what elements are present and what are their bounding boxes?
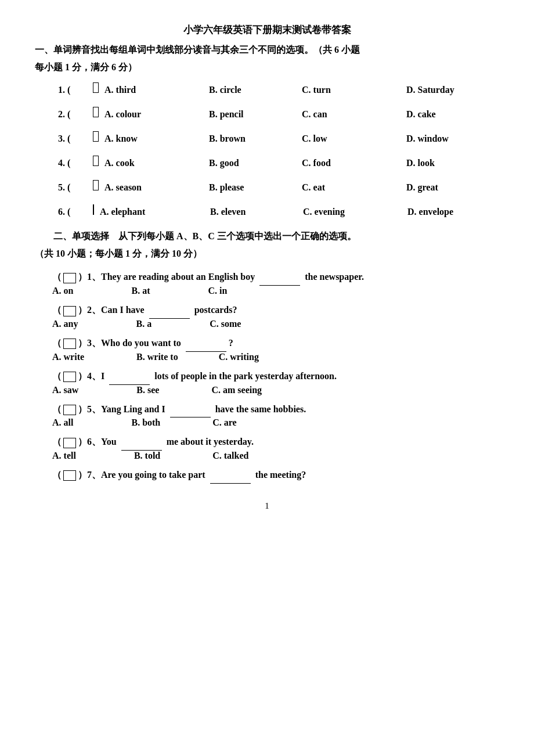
q6-blank[interactable] <box>93 204 94 215</box>
mc-q4: （）4、I lots of people in the park yesterd… <box>35 368 499 395</box>
q1-optB: B. circle <box>209 85 302 95</box>
mc-q6-blank[interactable] <box>63 438 76 448</box>
q6-num: 6. ( <box>58 207 93 217</box>
mc-q7-line: （）7、Are you going to take part the meeti… <box>52 467 499 484</box>
mc-q1: （）1、They are reading about an English bo… <box>35 269 499 296</box>
section2-header: 二、单项选择 从下列每小题 A、B、C 三个选项中选出一个正确的选项。 <box>35 229 499 244</box>
q6-optD: D. envelope <box>407 207 500 217</box>
page-number: 1 <box>35 501 499 511</box>
mc-q3-blank[interactable] <box>63 339 76 349</box>
q4-blank[interactable] <box>93 156 99 166</box>
q1-options: A. third B. circle C. turn D. Saturday <box>104 85 499 95</box>
mc-q2-fill <box>149 318 190 319</box>
mc-q5-optA: A. all <box>52 417 73 428</box>
mc-q4-line: （）4、I lots of people in the park yesterd… <box>52 368 499 385</box>
mc-q5-blank[interactable] <box>63 405 76 415</box>
q4-num: 4. ( <box>58 158 93 168</box>
mc-q2-optA: A. any <box>52 319 78 329</box>
mc-q6-options: A. tell B. told C. talked <box>52 451 499 461</box>
section1-subheader: 每小题 1 分，满分 6 分） <box>35 60 499 75</box>
mc-q7-blank[interactable] <box>63 470 76 481</box>
mc-q3-line: （）3、Who do you want to ? <box>52 335 499 352</box>
mc-q2-line: （）2、Can I have postcards? <box>52 302 499 319</box>
q1-optD: D. Saturday <box>406 85 499 95</box>
mc-q3-options: A. write B. write to C. writing <box>52 352 499 362</box>
q5-optB: B. please <box>209 182 302 193</box>
section2-subheader: （共 10 小题；每小题 1 分，满分 10 分） <box>35 246 499 261</box>
mc-q4-blank[interactable] <box>63 372 76 382</box>
q5-optA: A. season <box>104 182 209 193</box>
mc-q4-optA: A. saw <box>52 385 78 395</box>
mc-q3-optC: C. writing <box>219 352 259 362</box>
q5-optD: D. great <box>406 182 499 193</box>
q3-optD: D. window <box>406 134 499 144</box>
q1-row: 1. ( A. third B. circle C. turn D. Satur… <box>35 82 499 95</box>
q5-optC: C. eat <box>302 182 406 193</box>
q2-blank[interactable] <box>93 107 99 117</box>
q6-optB: B. eleven <box>210 207 303 217</box>
q6-optC: C. evening <box>303 207 407 217</box>
q1-optA: A. third <box>104 85 209 95</box>
mc-q3: （）3、Who do you want to ? A. write B. wri… <box>35 335 499 362</box>
q4-options: A. cook B. good C. food D. look <box>104 158 499 168</box>
q5-blank[interactable] <box>93 180 99 190</box>
q3-options: A. know B. brown C. low D. window <box>104 134 499 144</box>
q5-num: 5. ( <box>58 182 93 193</box>
section1-questions: 1. ( A. third B. circle C. turn D. Satur… <box>35 82 499 217</box>
q6-row: 6. ( A. elephant B. eleven C. evening D.… <box>35 204 499 217</box>
section2: 二、单项选择 从下列每小题 A、B、C 三个选项中选出一个正确的选项。 （共 1… <box>35 229 499 484</box>
q5-row: 5. ( A. season B. please C. eat D. great <box>35 180 499 193</box>
q3-num: 3. ( <box>58 134 93 144</box>
mc-q5-fill <box>170 417 211 417</box>
q4-optB: B. good <box>209 158 302 168</box>
mc-q3-optA: A. write <box>52 352 84 362</box>
mc-q1-line: （）1、They are reading about an English bo… <box>52 269 499 286</box>
q6-options: A. elephant B. eleven C. evening D. enve… <box>100 207 500 217</box>
q2-optA: A. colour <box>104 109 209 120</box>
mc-q1-optA: A. on <box>52 286 73 296</box>
mc-q1-optB: B. at <box>131 286 150 296</box>
mc-q4-optC: C. am seeing <box>211 385 262 395</box>
q1-num: 1. ( <box>58 85 93 95</box>
q2-row: 2. ( A. colour B. pencil C. can D. cake <box>35 107 499 120</box>
mc-q2-options: A. any B. a C. some <box>52 319 499 329</box>
mc-q6-line: （）6、You me about it yesterday. <box>52 434 499 451</box>
mc-q6-optA: A. tell <box>52 451 76 461</box>
mc-q6: （）6、You me about it yesterday. A. tell B… <box>35 434 499 461</box>
mc-q2-blank[interactable] <box>63 306 76 316</box>
q4-optD: D. look <box>406 158 499 168</box>
mc-q1-optC: C. in <box>208 286 227 296</box>
q3-row: 3. ( A. know B. brown C. low D. window <box>35 131 499 144</box>
q3-optC: C. low <box>302 134 406 144</box>
q2-optD: D. cake <box>406 109 499 120</box>
mc-q5-options: A. all B. both C. are <box>52 417 499 428</box>
mc-q5-line: （）5、Yang Ling and I have the same hobbie… <box>52 401 499 418</box>
mc-q5-optB: B. both <box>131 417 160 428</box>
page-title: 小学六年级英语下册期末测试卷带答案 <box>35 23 499 37</box>
mc-q4-optB: B. see <box>136 385 159 395</box>
q4-optA: A. cook <box>104 158 209 168</box>
mc-q3-optB: B. write to <box>136 352 178 362</box>
mc-q5: （）5、Yang Ling and I have the same hobbie… <box>35 401 499 429</box>
q4-optC: C. food <box>302 158 406 168</box>
q3-optB: B. brown <box>209 134 302 144</box>
mc-q1-options: A. on B. at C. in <box>52 286 499 296</box>
q6-optA: A. elephant <box>100 207 210 217</box>
mc-q7-fill <box>210 483 251 484</box>
mc-q1-fill <box>259 285 300 286</box>
mc-q1-blank[interactable] <box>63 273 76 283</box>
q1-optC: C. turn <box>302 85 406 95</box>
mc-q2-optC: C. some <box>210 319 241 329</box>
q2-options: A. colour B. pencil C. can D. cake <box>104 109 499 120</box>
q2-optC: C. can <box>302 109 406 120</box>
q3-blank[interactable] <box>93 131 99 142</box>
mc-q5-optC: C. are <box>212 417 236 428</box>
mc-q2-optB: B. a <box>136 319 151 329</box>
mc-q6-optC: C. talked <box>212 451 248 461</box>
q2-optB: B. pencil <box>209 109 302 120</box>
q2-num: 2. ( <box>58 109 93 120</box>
q1-blank[interactable] <box>93 82 99 93</box>
q3-optA: A. know <box>104 134 209 144</box>
mc-q6-optB: B. told <box>134 451 160 461</box>
mc-q7: （）7、Are you going to take part the meeti… <box>35 467 499 484</box>
